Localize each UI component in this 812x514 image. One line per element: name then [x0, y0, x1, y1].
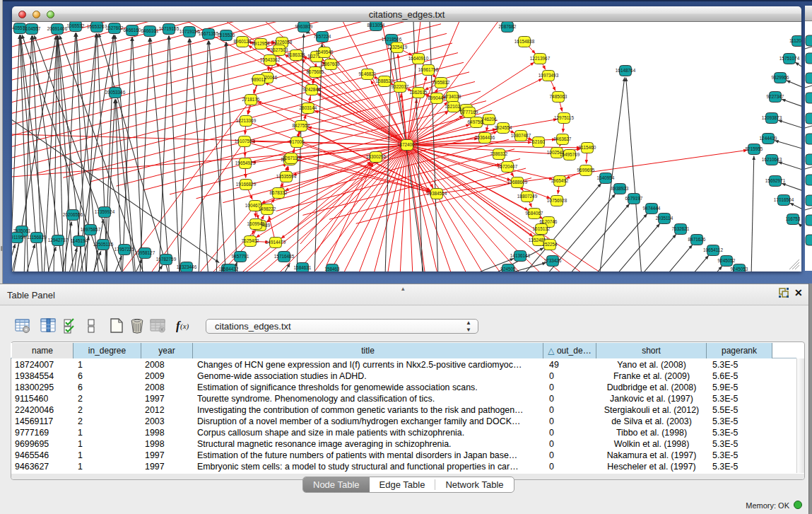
svg-text:16961758: 16961758 [418, 67, 439, 72]
svg-text:(x): (x) [180, 322, 189, 331]
svg-text:3267110: 3267110 [283, 156, 300, 160]
svg-text:10973493: 10973493 [539, 73, 559, 78]
svg-text:19654923: 19654923 [235, 160, 256, 165]
svg-text:10975857: 10975857 [81, 227, 101, 232]
svg-text:17957225: 17957225 [114, 247, 135, 252]
svg-text:7357224: 7357224 [314, 34, 331, 39]
svg-text:15720407: 15720407 [498, 164, 518, 169]
svg-text:12093873: 12093873 [762, 115, 782, 120]
svg-text:18807249: 18807249 [517, 194, 538, 199]
svg-text:12505135: 12505135 [93, 242, 114, 247]
svg-text:16640910: 16640910 [408, 56, 429, 61]
svg-text:2935114: 2935114 [656, 216, 673, 221]
svg-text:1362615: 1362615 [410, 90, 428, 95]
svg-text:8678332: 8678332 [270, 190, 288, 195]
svg-text:17016504: 17016504 [774, 197, 794, 202]
svg-text:917006: 917006 [289, 139, 305, 144]
svg-text:9327503: 9327503 [271, 47, 288, 52]
svg-text:20364436: 20364436 [475, 135, 495, 140]
svg-text:1615132: 1615132 [533, 226, 551, 231]
svg-text:16210643: 16210643 [762, 157, 782, 162]
svg-text:10719155: 10719155 [159, 26, 180, 31]
svg-text:1584432: 1584432 [221, 267, 239, 271]
svg-text:8960124: 8960124 [234, 39, 252, 44]
svg-text:12213967: 12213967 [530, 56, 551, 61]
svg-text:8471626: 8471626 [688, 237, 706, 242]
svg-text:9146821: 9146821 [359, 71, 377, 76]
svg-text:1549546: 1549546 [316, 49, 334, 54]
svg-text:14914479: 14914479 [266, 240, 286, 245]
svg-text:746206: 746206 [481, 117, 497, 122]
svg-text:17359924: 17359924 [95, 209, 115, 214]
svg-text:9734028: 9734028 [444, 94, 461, 99]
svg-text:7625402: 7625402 [242, 238, 259, 243]
svg-text:14136141: 14136141 [510, 253, 531, 258]
svg-text:9242848: 9242848 [303, 87, 321, 92]
svg-text:1244419: 1244419 [760, 136, 777, 141]
svg-text:9457791: 9457791 [232, 254, 249, 259]
svg-text:10107553: 10107553 [235, 139, 255, 144]
svg-text:15751074: 15751074 [779, 56, 800, 61]
svg-text:9245053: 9245053 [731, 267, 748, 271]
svg-text:7386322: 7386322 [490, 151, 508, 156]
svg-text:10958127: 10958127 [135, 250, 155, 255]
svg-text:2803144: 2803144 [300, 105, 317, 110]
svg-text:2867608: 2867608 [322, 62, 340, 66]
svg-text:8215955: 8215955 [746, 146, 763, 151]
svg-text:8912954: 8912954 [252, 41, 270, 46]
svg-text:15495769: 15495769 [560, 152, 580, 157]
svg-text:2104557: 2104557 [23, 26, 41, 31]
svg-text:10807487: 10807487 [511, 133, 531, 138]
svg-text:12213369: 12213369 [236, 118, 257, 123]
svg-text:989012: 989012 [251, 77, 266, 82]
svg-text:3911954: 3911954 [12, 235, 26, 240]
svg-text:13226058: 13226058 [272, 40, 293, 45]
svg-text:6679197: 6679197 [625, 196, 643, 201]
svg-text:9329966: 9329966 [772, 75, 789, 80]
svg-text:9474444: 9474444 [643, 206, 661, 211]
svg-text:1112048: 1112048 [789, 38, 801, 43]
svg-text:924505: 924505 [500, 267, 516, 271]
svg-text:10654112: 10654112 [703, 247, 723, 252]
svg-text:10688609: 10688609 [507, 180, 528, 185]
svg-text:9245052: 9245052 [718, 258, 736, 263]
svg-text:1145194: 1145194 [71, 238, 88, 243]
svg-text:62160: 62160 [532, 139, 545, 144]
svg-text:8675685: 8675685 [307, 69, 324, 74]
svg-text:8427552: 8427552 [293, 123, 310, 128]
svg-text:19384554: 19384554 [427, 191, 447, 196]
svg-text:9115460: 9115460 [579, 145, 596, 150]
svg-text:20053346: 20053346 [105, 90, 126, 95]
svg-text:19218506: 19218506 [382, 37, 402, 42]
svg-text:1584631: 1584631 [294, 265, 312, 270]
svg-text:3824554: 3824554 [495, 125, 512, 130]
svg-text:2718176: 2718176 [242, 97, 260, 102]
svg-text:20206556: 20206556 [63, 212, 83, 217]
svg-text:15692971: 15692971 [765, 178, 786, 183]
svg-text:1527602: 1527602 [106, 25, 124, 30]
svg-text:1733426: 1733426 [544, 258, 562, 263]
svg-text:18724007: 18724007 [397, 142, 418, 147]
svg-text:16148764: 16148764 [616, 68, 636, 73]
svg-text:12975115: 12975115 [554, 115, 574, 120]
svg-text:13325419: 13325419 [387, 45, 408, 49]
svg-text:252254: 252254 [542, 242, 558, 247]
svg-text:10756928: 10756928 [547, 198, 567, 203]
svg-text:8938923: 8938923 [611, 186, 629, 191]
svg-text:12323446: 12323446 [177, 264, 197, 269]
svg-text:9463627: 9463627 [554, 136, 572, 141]
svg-text:9699695: 9699695 [577, 168, 595, 173]
svg-text:1588520: 1588520 [376, 78, 394, 83]
svg-text:158463: 158463 [324, 267, 340, 271]
svg-text:15716485: 15716485 [274, 254, 295, 259]
svg-text:6466161: 6466161 [141, 28, 159, 33]
svg-text:7955812: 7955812 [433, 80, 450, 85]
svg-text:9322037: 9322037 [392, 84, 409, 89]
svg-text:2087682: 2087682 [499, 24, 517, 29]
svg-text:10653267: 10653267 [87, 24, 107, 29]
svg-text:1065532: 1065532 [67, 23, 85, 28]
svg-text:9227347: 9227347 [767, 94, 784, 99]
svg-text:1609948: 1609948 [247, 221, 265, 226]
svg-text:13535594: 13535594 [276, 174, 297, 179]
svg-text:8186328: 8186328 [288, 52, 305, 57]
